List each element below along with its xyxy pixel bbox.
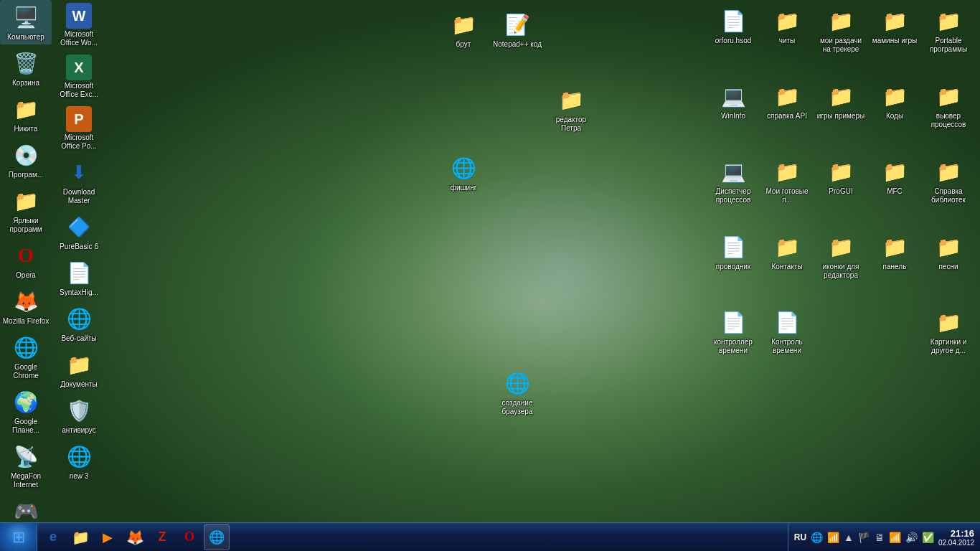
icon-codes[interactable]: 📁 Коды — [869, 79, 920, 123]
icon-google-earth[interactable]: 🌍 Google Плане... — [0, 385, 52, 438]
icon-programs[interactable]: 💿 Програм... — [0, 138, 52, 182]
icon-docs[interactable]: 📁 Документы — [53, 347, 105, 392]
icon-time-controller[interactable]: 📄 контроллёр времени — [707, 305, 759, 358]
icon-label: Справка библиотек — [924, 187, 973, 204]
icon-label: PureBasic 6 — [60, 242, 98, 251]
icon-new3[interactable]: 🌐 new 3 — [53, 439, 105, 484]
network-icon[interactable]: 🌐 — [811, 532, 823, 543]
icon-brut[interactable]: 📁 брут — [438, 7, 489, 52]
folder-icon: 📁 — [773, 82, 801, 110]
icon-games-examples[interactable]: 📁 игры примеры — [815, 79, 867, 123]
earth-icon: 🌍 — [11, 387, 40, 416]
icon-label: Документы — [60, 380, 98, 389]
file-icon: 📄 — [719, 6, 748, 35]
icon-label: Контроль времени — [763, 338, 811, 355]
icon-viewer[interactable]: 📁 вьювер процессов — [923, 79, 974, 132]
icon-label: Програм... — [9, 171, 43, 179]
download-icon: ⬇ — [65, 158, 93, 187]
security-icon[interactable]: ✅ — [922, 532, 934, 543]
file-icon: 📄 — [719, 232, 748, 261]
icon-ms-office[interactable]: P Microsoft Office Po... — [53, 103, 105, 154]
folder-icon: 📁 — [880, 232, 909, 261]
icon-label: справка API — [767, 112, 807, 121]
wifi-icon[interactable]: 📶 — [827, 532, 839, 543]
taskbar-wmp[interactable]: ▶ — [95, 524, 121, 550]
icon-task-manager[interactable]: 💻 Диспетчер процессов — [707, 154, 759, 207]
icon-websites[interactable]: 🌐 Веб-сайты — [53, 301, 105, 346]
chrome-icon: 🌐 — [209, 529, 225, 545]
icon-nikita[interactable]: 📁 Никита — [0, 92, 52, 136]
word-icon: W — [66, 3, 92, 29]
start-button[interactable]: ⊞ — [0, 523, 37, 552]
icon-phishing[interactable]: 🌐 фишинг — [438, 151, 489, 195]
opera-icon: O — [11, 241, 40, 270]
taskbar-opera[interactable]: O — [176, 524, 202, 550]
icon-explorer[interactable]: 📄 проводник — [707, 230, 759, 274]
icon-label: WinInfo — [721, 112, 745, 121]
folder-icon: 📁 — [773, 232, 801, 261]
icon-lib-help[interactable]: 📁 Справка библиотек — [923, 154, 974, 207]
icon-notepadpp-code[interactable]: 📝 Notepad++ код — [491, 7, 543, 52]
icon-label: Веб-сайты — [61, 334, 96, 343]
icon-download-master[interactable]: ⬇ Download Master — [53, 155, 105, 208]
icon-label: Контакты — [771, 263, 802, 271]
icon-portable[interactable]: 📁 Portable программы — [923, 4, 974, 57]
icon-megafon[interactable]: 📡 MegaFon Internet — [0, 439, 52, 492]
icon-time-control[interactable]: 📄 Контроль времени — [761, 305, 813, 358]
icon-chrome[interactable]: 🌐 Google Chrome — [0, 330, 52, 383]
expand-tray-icon[interactable]: ▲ — [844, 532, 854, 543]
icon-recycle[interactable]: 🗑️ Корзина — [0, 46, 52, 90]
icon-moms-games[interactable]: 📁 мамины игры — [869, 4, 920, 48]
icon-mfc[interactable]: 📁 MFC — [869, 154, 920, 199]
icon-chiti[interactable]: 📁 читы — [761, 4, 813, 48]
icon-syntax[interactable]: 📄 SyntaxHig... — [53, 255, 105, 300]
clock-date: 02.04.2012 — [938, 539, 974, 547]
icon-browser-creation[interactable]: 🌐 создание браузера — [491, 366, 543, 419]
icon-wininfo[interactable]: 💻 WinInfo — [707, 79, 759, 123]
icon-label: песни — [938, 263, 958, 271]
icon-ms-word[interactable]: W Microsoft Office Wo... — [53, 0, 105, 50]
icon-shortcuts[interactable]: 📁 Ярлыки программ — [0, 184, 52, 237]
icon-ready-prog[interactable]: 📁 Мои готовые п... — [761, 154, 813, 207]
icon-progui[interactable]: 📁 ProGUI — [815, 154, 867, 199]
taskbar-zoner[interactable]: Z — [149, 524, 175, 550]
icon-opera[interactable]: O Opera — [0, 238, 52, 283]
icon-label: Никита — [14, 125, 38, 133]
icon-computer[interactable]: 🖥️ Компьютер — [0, 0, 52, 44]
icon-label: orforu.hsod — [715, 37, 752, 45]
icon-contacts[interactable]: 📁 Контакты — [761, 230, 813, 274]
taskbar-firefox[interactable]: 🦊 — [122, 524, 148, 550]
icon-ms-excel[interactable]: X Microsoft Office Exc... — [53, 52, 105, 102]
language-indicator[interactable]: RU — [794, 532, 806, 542]
icon-firefox[interactable]: 🦊 Mozilla Firefox — [0, 284, 52, 329]
icon-label: Download Master — [55, 188, 103, 205]
icon-label: фишинг — [451, 184, 477, 192]
icon-antivirus[interactable]: 🛡️ антивирус — [53, 393, 105, 438]
network2-icon[interactable]: 🖥 — [875, 532, 885, 543]
icon-label: Microsoft Office Po... — [55, 133, 103, 151]
taskbar-chrome[interactable]: 🌐 — [204, 524, 230, 550]
taskbar-ie[interactable]: e — [40, 524, 66, 550]
icon-label: new 3 — [70, 472, 89, 481]
icon-editor-petra[interactable]: 📁 редактор Петра — [545, 83, 597, 136]
desktop-column-2: W Microsoft Office Wo... X Microsoft Off… — [53, 0, 105, 484]
icon-editor-icons[interactable]: 📁 иконки для редактора — [815, 230, 867, 283]
folder-icon: 📁 — [880, 6, 909, 35]
signal-icon[interactable]: 📶 — [889, 532, 901, 543]
icon-my-tracker[interactable]: 📁 мои раздачи на трекере — [815, 4, 867, 57]
icon-api-help[interactable]: 📁 справка API — [761, 79, 813, 123]
icon-songs[interactable]: 📁 песни — [923, 230, 974, 274]
volume-icon[interactable]: 🔊 — [905, 532, 918, 543]
taskbar-explorer[interactable]: 📁 — [67, 524, 93, 550]
chrome-icon: 🌐 — [11, 333, 40, 362]
icon-purebasic6[interactable]: 🔷 PureBasic 6 — [53, 209, 105, 254]
system-clock[interactable]: 21:16 02.04.2012 — [938, 528, 974, 547]
icon-panel[interactable]: 📁 панель — [869, 230, 920, 274]
folder-icon: 📁 — [826, 82, 855, 110]
icon-pictures[interactable]: 📁 Картинки и другое д... — [923, 305, 974, 358]
icon-label: вьювер процессов — [924, 112, 973, 129]
monitor-icon: 💻 — [719, 82, 748, 110]
icon-orforu[interactable]: 📄 orforu.hsod — [707, 4, 759, 48]
pb-icon: 🔷 — [65, 212, 93, 241]
file-icon: 📄 — [65, 258, 93, 287]
